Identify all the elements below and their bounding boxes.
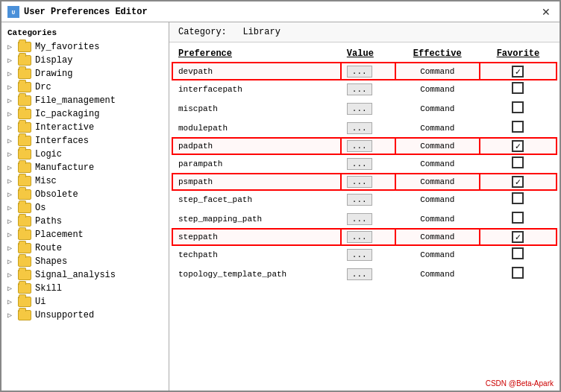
pref-value-cell[interactable]: ... [341,154,395,174]
sidebar-item-skill[interactable]: ▷ Skill [1,282,169,295]
sidebar-item-label: Misc [35,176,57,186]
table-row: parampath...Command [172,154,557,174]
sidebar-item-os[interactable]: ▷ Os [1,201,169,215]
sidebar-item-drawing[interactable]: ▷ Drawing [1,67,169,80]
value-button[interactable]: ... [347,176,372,188]
value-button[interactable]: ... [347,103,372,115]
favorite-cell[interactable] [480,190,557,209]
favorite-cell[interactable] [480,265,557,284]
pref-value-cell[interactable]: ... [341,265,395,284]
sidebar-item-paths[interactable]: ▷ Paths [1,215,169,228]
favorite-cell[interactable]: ✓ [480,174,557,190]
folder-icon [18,230,31,240]
favorite-cell[interactable] [480,99,557,118]
title-bar-left: U User Preferences Editor [7,6,148,18]
value-button[interactable]: ... [347,140,372,152]
favorite-cell[interactable] [480,118,557,138]
pref-value-cell[interactable]: ... [341,99,395,118]
category-header: Category: Library [169,22,560,42]
favorite-checkbox[interactable]: ✓ [512,231,524,243]
folder-icon [18,162,31,173]
favorite-checkbox[interactable]: ✓ [512,176,524,188]
favorite-checkbox[interactable] [512,267,524,279]
pref-value-cell[interactable]: ... [341,174,395,190]
value-button[interactable]: ... [347,249,372,261]
favorite-checkbox[interactable]: ✓ [512,66,524,78]
pref-name-cell: interfacepath [172,80,341,99]
sidebar-item-shapes[interactable]: ▷ Shapes [1,255,169,268]
favorite-checkbox[interactable] [512,101,524,113]
favorite-checkbox[interactable] [512,247,524,259]
close-button[interactable]: ✕ [539,4,554,19]
pref-value-cell[interactable]: ... [341,190,395,209]
sidebar-item-label: Ic_packaging [35,109,99,119]
effective-cell: Command [395,229,480,245]
sidebar-item-ui[interactable]: ▷ Ui [1,295,169,309]
pref-value-cell[interactable]: ... [341,138,395,154]
table-row: miscpath...Command [172,99,557,118]
sidebar-item-label: File_management [35,95,116,106]
sidebar-item-placement[interactable]: ▷ Placement [1,228,169,241]
table-row: interfacepath...Command [172,80,557,99]
pref-value-cell[interactable]: ... [341,80,395,99]
effective-cell: Command [395,174,480,190]
favorite-checkbox[interactable] [512,212,524,224]
sidebar-item-my_favorites[interactable]: ▷ My_favorites [1,40,169,54]
pref-value-cell[interactable]: ... [341,229,395,245]
favorite-cell[interactable] [480,245,557,265]
table-row: step_mapping_path...Command [172,209,557,229]
effective-cell: Command [395,265,480,284]
value-button[interactable]: ... [347,194,372,206]
sidebar-item-route[interactable]: ▷ Route [1,241,169,255]
value-button[interactable]: ... [347,158,372,170]
favorite-checkbox[interactable]: ✓ [512,140,524,152]
sidebar-item-ic_packaging[interactable]: ▷ Ic_packaging [1,107,169,121]
effective-cell: Command [395,80,480,99]
favorite-checkbox[interactable] [512,121,524,133]
pref-value-cell[interactable]: ... [341,63,395,80]
favorite-cell[interactable]: ✓ [480,63,557,80]
sidebar-item-signal_analysis[interactable]: ▷ Signal_analysis [1,268,169,282]
pref-value-cell[interactable]: ... [341,118,395,138]
sidebar-item-logic[interactable]: ▷ Logic [1,148,169,161]
sidebar-item-interfaces[interactable]: ▷ Interfaces [1,134,169,148]
preferences-table: Preference Value Effective Favorite devp… [172,45,557,284]
table-container: Preference Value Effective Favorite devp… [169,42,560,391]
value-button[interactable]: ... [347,213,372,225]
sidebar-item-file_management[interactable]: ▷ File_management [1,94,169,107]
folder-icon [18,176,31,186]
sidebar-item-drc[interactable]: ▷ Drc [1,80,169,94]
sidebar-item-unsupported[interactable]: ▷ Unsupported [1,309,169,322]
favorite-checkbox[interactable] [512,157,524,168]
main-panel: Category: Library Preference Value Effec… [169,22,560,391]
sidebar-item-label: Logic [35,149,62,159]
col-favorite: Favorite [480,45,557,63]
table-row: topology_template_path...Command [172,265,557,284]
favorite-cell[interactable]: ✓ [480,138,557,154]
sidebar-item-label: Manufacture [35,162,94,173]
pref-name-cell: devpath [172,63,341,80]
pref-value-cell[interactable]: ... [341,209,395,229]
sidebar-item-interactive[interactable]: ▷ Interactive [1,121,169,134]
value-button[interactable]: ... [347,268,372,280]
pref-value-cell[interactable]: ... [341,245,395,265]
effective-cell: Command [395,154,480,174]
sidebar-item-misc[interactable]: ▷ Misc [1,174,169,188]
favorite-checkbox[interactable] [512,82,524,94]
sidebar-item-display[interactable]: ▷ Display [1,54,169,67]
favorite-cell[interactable] [480,154,557,174]
value-button[interactable]: ... [347,122,372,134]
pref-name-cell: padpath [172,138,341,154]
value-button[interactable]: ... [347,231,372,243]
value-button[interactable]: ... [347,66,372,78]
favorite-cell[interactable] [480,209,557,229]
sidebar-item-manufacture[interactable]: ▷ Manufacture [1,161,169,174]
sidebar-item-obsolete[interactable]: ▷ Obsolete [1,188,169,201]
favorite-checkbox[interactable] [512,192,524,204]
favorite-cell[interactable]: ✓ [480,229,557,245]
folder-icon [18,42,31,52]
effective-cell: Command [395,190,480,209]
value-button[interactable]: ... [347,83,372,95]
favorite-cell[interactable] [480,80,557,99]
sidebar-item-label: Drawing [35,69,72,79]
